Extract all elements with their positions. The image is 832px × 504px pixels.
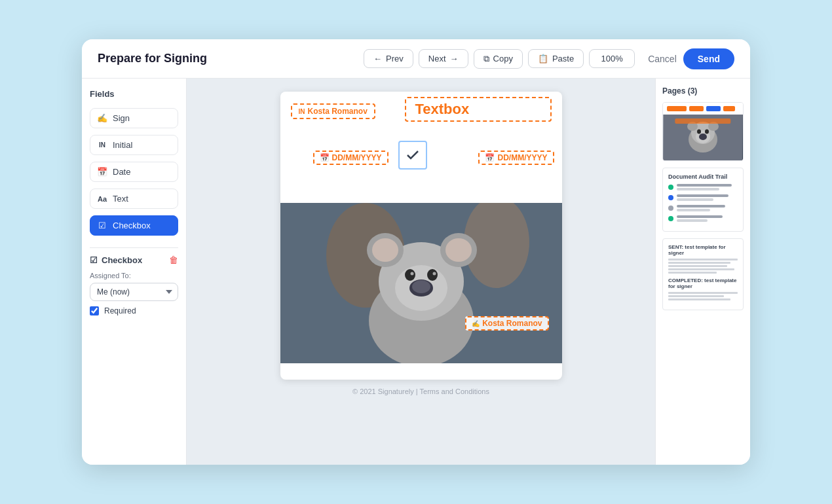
- audit-lines-2: [677, 194, 738, 201]
- svg-point-23: [705, 130, 709, 134]
- prev-icon: ←: [373, 54, 382, 63]
- field-label-date: Date: [113, 167, 130, 177]
- initial-prefix: IN: [299, 108, 305, 115]
- date-icon: 📅: [97, 167, 107, 177]
- app-window: Prepare for Signing ← Prev Next → ⧉ Copy…: [82, 39, 750, 465]
- svg-point-11: [427, 269, 438, 281]
- audit-item-4: [668, 215, 738, 222]
- audit-line-4a: [677, 215, 723, 218]
- field-label-text: Text: [113, 194, 128, 204]
- field-item-sign[interactable]: ✍ Sign: [90, 108, 178, 128]
- sign-icon: ✍: [97, 113, 107, 123]
- selected-field-name: ☑ Checkbox: [90, 255, 142, 265]
- svg-point-24: [699, 134, 707, 140]
- prev-button[interactable]: ← Prev: [364, 49, 413, 68]
- zoom-display: 100%: [589, 49, 635, 68]
- audit-dot-3: [668, 206, 673, 211]
- doc-lines-2: [668, 292, 738, 300]
- signature-field-annotation[interactable]: ✍ Kosta Romanov: [465, 316, 548, 331]
- audit-lines-4: [677, 215, 738, 222]
- tag-orange-3: [723, 106, 735, 111]
- doc-line-1: [668, 259, 738, 261]
- signature-field-label: Kosta Romanov: [482, 319, 542, 328]
- audit-line-2b: [677, 198, 713, 201]
- koala-bg: [280, 203, 562, 363]
- field-label-initial: Initial: [113, 140, 132, 150]
- svg-point-10: [405, 269, 415, 281]
- field-label-sign: Sign: [113, 113, 130, 123]
- right-panel: Pages (3): [655, 79, 750, 465]
- canvas-footer: © 2021 Signaturely | Terms and Condition…: [352, 387, 489, 395]
- copy-button[interactable]: ⧉ Copy: [474, 49, 523, 69]
- canvas-area: IN Kosta Romanov Textbox 📅 DD/MM/YYYY: [187, 79, 655, 465]
- doc-top-area: IN Kosta Romanov Textbox 📅 DD/MM/YYYY: [280, 92, 562, 203]
- thumb-overlay: [675, 118, 730, 124]
- next-icon: →: [450, 54, 459, 63]
- doc-line-2: [668, 262, 730, 264]
- delete-field-button[interactable]: 🗑: [169, 255, 178, 265]
- assign-select[interactable]: Me (now): [90, 283, 178, 301]
- page-thumb-3: SENT: test template for signer COMPLETED…: [662, 238, 744, 310]
- audit-line-3b: [677, 209, 710, 211]
- doc-lines-1: [668, 259, 738, 274]
- completed-label: COMPLETED: test template for signer: [668, 278, 738, 289]
- audit-dot-2: [668, 195, 673, 200]
- svg-point-6: [372, 238, 398, 262]
- text-icon: Aa: [97, 195, 107, 203]
- selected-checkbox-icon: ☑: [90, 255, 98, 265]
- pages-title: Pages (3): [662, 86, 744, 96]
- audit-line-2a: [677, 194, 728, 197]
- required-label: Required: [104, 306, 136, 315]
- doc-line-8: [668, 298, 730, 300]
- field-item-text[interactable]: Aa Text: [90, 189, 178, 209]
- audit-line-3a: [677, 205, 725, 207]
- checkbox-field-annotation[interactable]: [398, 141, 427, 170]
- initial-field-annotation[interactable]: IN Kosta Romanov: [291, 103, 375, 119]
- date-field-2-annotation[interactable]: 📅 DD/MM/YYYY: [478, 151, 554, 165]
- tag-orange-2: [689, 106, 704, 111]
- paste-icon: 📋: [538, 54, 548, 63]
- selected-field-section: ☑ Checkbox 🗑 Assigned To: Me (now) Requi…: [90, 247, 178, 315]
- header-toolbar: ← Prev Next → ⧉ Copy 📋 Paste 100%: [364, 49, 635, 69]
- audit-item-3: [668, 205, 738, 211]
- date-field-1-annotation[interactable]: 📅 DD/MM/YYYY: [313, 151, 388, 165]
- doc-line-6: [668, 292, 738, 294]
- svg-point-15: [412, 280, 430, 293]
- field-item-checkbox[interactable]: ☑ Checkbox: [90, 215, 178, 236]
- field-item-initial[interactable]: IN Initial: [90, 135, 178, 155]
- svg-point-12: [410, 272, 413, 276]
- initial-field-label: Kosta Romanov: [308, 107, 368, 116]
- next-button[interactable]: Next →: [419, 49, 468, 68]
- cancel-button[interactable]: Cancel: [648, 54, 677, 64]
- document-image: ✍ Kosta Romanov: [280, 203, 562, 363]
- tag-blue-1: [706, 106, 721, 111]
- audit-item-1: [668, 184, 738, 190]
- date-icon-2: 📅: [485, 153, 495, 162]
- required-checkbox[interactable]: [90, 306, 99, 315]
- audit-dot-1: [668, 185, 673, 190]
- audit-line-4b: [677, 219, 708, 222]
- selected-field-header: ☑ Checkbox 🗑: [90, 255, 178, 265]
- signature-icon: ✍: [472, 320, 480, 327]
- checkbox-icon: ☑: [97, 221, 107, 230]
- audit-title: Document Audit Trail: [668, 173, 738, 180]
- field-item-date[interactable]: 📅 Date: [90, 162, 178, 182]
- audit-lines-1: [677, 184, 738, 190]
- audit-item-2: [668, 194, 738, 201]
- svg-point-22: [697, 130, 701, 134]
- page-title: Prepare for Signing: [98, 52, 364, 65]
- koala-svg: [280, 203, 562, 363]
- fields-title: Fields: [90, 89, 178, 99]
- page-thumb-1-image: [663, 115, 743, 160]
- sent-label: SENT: test template for signer: [668, 244, 738, 256]
- textbox-field-annotation[interactable]: Textbox: [405, 97, 552, 122]
- page-thumb-1[interactable]: [662, 102, 744, 161]
- paste-button[interactable]: 📋 Paste: [528, 49, 584, 68]
- field-label-checkbox: Checkbox: [113, 221, 151, 230]
- copy-icon: ⧉: [483, 54, 489, 64]
- audit-dot-4: [668, 216, 673, 221]
- sidebar: Fields ✍ Sign IN Initial 📅 Date Aa Text …: [82, 79, 187, 465]
- send-button[interactable]: Send: [683, 48, 734, 69]
- header-actions: Cancel Send: [648, 48, 734, 69]
- page-thumb-1-header: [663, 103, 743, 115]
